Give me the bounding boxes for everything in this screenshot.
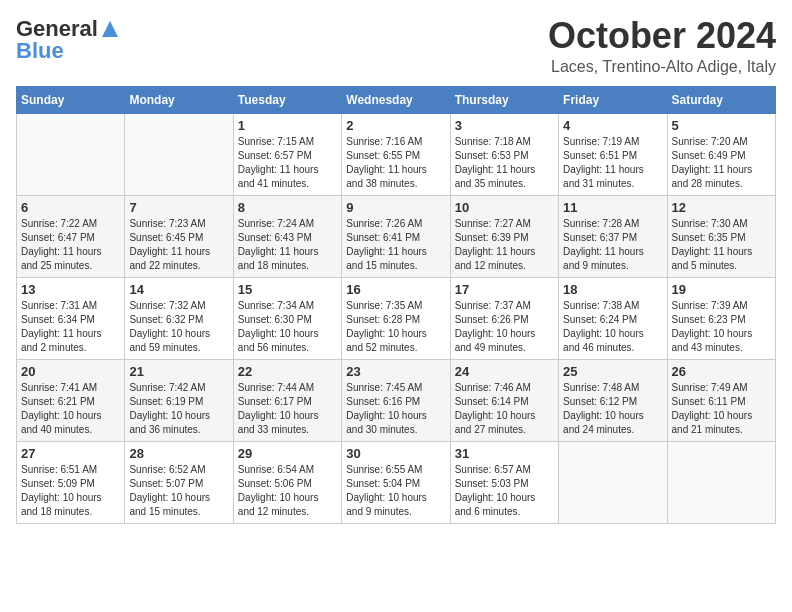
day-info: Sunrise: 7:19 AM Sunset: 6:51 PM Dayligh… xyxy=(563,135,662,191)
day-info: Sunrise: 7:38 AM Sunset: 6:24 PM Dayligh… xyxy=(563,299,662,355)
calendar-cell xyxy=(559,441,667,523)
week-row-2: 6Sunrise: 7:22 AM Sunset: 6:47 PM Daylig… xyxy=(17,195,776,277)
calendar-cell: 30Sunrise: 6:55 AM Sunset: 5:04 PM Dayli… xyxy=(342,441,450,523)
calendar-cell: 13Sunrise: 7:31 AM Sunset: 6:34 PM Dayli… xyxy=(17,277,125,359)
calendar-cell xyxy=(17,113,125,195)
calendar-cell: 16Sunrise: 7:35 AM Sunset: 6:28 PM Dayli… xyxy=(342,277,450,359)
day-number: 7 xyxy=(129,200,228,215)
week-row-4: 20Sunrise: 7:41 AM Sunset: 6:21 PM Dayli… xyxy=(17,359,776,441)
day-number: 3 xyxy=(455,118,554,133)
day-info: Sunrise: 7:28 AM Sunset: 6:37 PM Dayligh… xyxy=(563,217,662,273)
header: General Blue October 2024 Laces, Trentin… xyxy=(16,16,776,76)
day-number: 25 xyxy=(563,364,662,379)
day-number: 1 xyxy=(238,118,337,133)
day-info: Sunrise: 7:18 AM Sunset: 6:53 PM Dayligh… xyxy=(455,135,554,191)
day-info: Sunrise: 7:16 AM Sunset: 6:55 PM Dayligh… xyxy=(346,135,445,191)
header-row: SundayMondayTuesdayWednesdayThursdayFrid… xyxy=(17,86,776,113)
day-number: 24 xyxy=(455,364,554,379)
day-number: 12 xyxy=(672,200,771,215)
month-title: October 2024 xyxy=(548,16,776,56)
location-title: Laces, Trentino-Alto Adige, Italy xyxy=(548,58,776,76)
calendar-cell: 11Sunrise: 7:28 AM Sunset: 6:37 PM Dayli… xyxy=(559,195,667,277)
calendar-cell: 25Sunrise: 7:48 AM Sunset: 6:12 PM Dayli… xyxy=(559,359,667,441)
day-number: 20 xyxy=(21,364,120,379)
day-info: Sunrise: 7:34 AM Sunset: 6:30 PM Dayligh… xyxy=(238,299,337,355)
day-number: 5 xyxy=(672,118,771,133)
calendar-cell: 24Sunrise: 7:46 AM Sunset: 6:14 PM Dayli… xyxy=(450,359,558,441)
calendar-cell: 19Sunrise: 7:39 AM Sunset: 6:23 PM Dayli… xyxy=(667,277,775,359)
calendar-cell: 3Sunrise: 7:18 AM Sunset: 6:53 PM Daylig… xyxy=(450,113,558,195)
day-info: Sunrise: 7:46 AM Sunset: 6:14 PM Dayligh… xyxy=(455,381,554,437)
day-info: Sunrise: 7:42 AM Sunset: 6:19 PM Dayligh… xyxy=(129,381,228,437)
calendar-cell: 17Sunrise: 7:37 AM Sunset: 6:26 PM Dayli… xyxy=(450,277,558,359)
calendar-cell: 8Sunrise: 7:24 AM Sunset: 6:43 PM Daylig… xyxy=(233,195,341,277)
header-day-monday: Monday xyxy=(125,86,233,113)
day-number: 26 xyxy=(672,364,771,379)
header-day-saturday: Saturday xyxy=(667,86,775,113)
calendar-cell: 5Sunrise: 7:20 AM Sunset: 6:49 PM Daylig… xyxy=(667,113,775,195)
day-info: Sunrise: 7:27 AM Sunset: 6:39 PM Dayligh… xyxy=(455,217,554,273)
calendar-cell: 12Sunrise: 7:30 AM Sunset: 6:35 PM Dayli… xyxy=(667,195,775,277)
week-row-3: 13Sunrise: 7:31 AM Sunset: 6:34 PM Dayli… xyxy=(17,277,776,359)
day-info: Sunrise: 7:35 AM Sunset: 6:28 PM Dayligh… xyxy=(346,299,445,355)
logo-blue-text: Blue xyxy=(16,38,64,64)
calendar-cell xyxy=(125,113,233,195)
day-number: 4 xyxy=(563,118,662,133)
calendar-cell: 7Sunrise: 7:23 AM Sunset: 6:45 PM Daylig… xyxy=(125,195,233,277)
week-row-1: 1Sunrise: 7:15 AM Sunset: 6:57 PM Daylig… xyxy=(17,113,776,195)
day-number: 18 xyxy=(563,282,662,297)
day-number: 11 xyxy=(563,200,662,215)
day-number: 10 xyxy=(455,200,554,215)
day-info: Sunrise: 6:51 AM Sunset: 5:09 PM Dayligh… xyxy=(21,463,120,519)
day-number: 31 xyxy=(455,446,554,461)
day-info: Sunrise: 6:55 AM Sunset: 5:04 PM Dayligh… xyxy=(346,463,445,519)
day-info: Sunrise: 6:57 AM Sunset: 5:03 PM Dayligh… xyxy=(455,463,554,519)
day-number: 2 xyxy=(346,118,445,133)
calendar-cell: 18Sunrise: 7:38 AM Sunset: 6:24 PM Dayli… xyxy=(559,277,667,359)
day-info: Sunrise: 7:15 AM Sunset: 6:57 PM Dayligh… xyxy=(238,135,337,191)
calendar-cell: 21Sunrise: 7:42 AM Sunset: 6:19 PM Dayli… xyxy=(125,359,233,441)
calendar-cell: 6Sunrise: 7:22 AM Sunset: 6:47 PM Daylig… xyxy=(17,195,125,277)
calendar-table: SundayMondayTuesdayWednesdayThursdayFrid… xyxy=(16,86,776,524)
day-number: 22 xyxy=(238,364,337,379)
day-info: Sunrise: 7:37 AM Sunset: 6:26 PM Dayligh… xyxy=(455,299,554,355)
calendar-cell: 31Sunrise: 6:57 AM Sunset: 5:03 PM Dayli… xyxy=(450,441,558,523)
day-number: 8 xyxy=(238,200,337,215)
day-number: 21 xyxy=(129,364,228,379)
logo-icon xyxy=(100,19,120,39)
day-info: Sunrise: 6:54 AM Sunset: 5:06 PM Dayligh… xyxy=(238,463,337,519)
calendar-cell: 14Sunrise: 7:32 AM Sunset: 6:32 PM Dayli… xyxy=(125,277,233,359)
header-day-tuesday: Tuesday xyxy=(233,86,341,113)
day-info: Sunrise: 7:48 AM Sunset: 6:12 PM Dayligh… xyxy=(563,381,662,437)
header-day-friday: Friday xyxy=(559,86,667,113)
day-number: 9 xyxy=(346,200,445,215)
calendar-cell: 10Sunrise: 7:27 AM Sunset: 6:39 PM Dayli… xyxy=(450,195,558,277)
header-day-wednesday: Wednesday xyxy=(342,86,450,113)
day-number: 17 xyxy=(455,282,554,297)
calendar-cell: 22Sunrise: 7:44 AM Sunset: 6:17 PM Dayli… xyxy=(233,359,341,441)
day-number: 29 xyxy=(238,446,337,461)
header-day-sunday: Sunday xyxy=(17,86,125,113)
day-info: Sunrise: 7:32 AM Sunset: 6:32 PM Dayligh… xyxy=(129,299,228,355)
day-number: 28 xyxy=(129,446,228,461)
logo: General Blue xyxy=(16,16,120,64)
day-info: Sunrise: 7:23 AM Sunset: 6:45 PM Dayligh… xyxy=(129,217,228,273)
day-number: 30 xyxy=(346,446,445,461)
calendar-cell: 20Sunrise: 7:41 AM Sunset: 6:21 PM Dayli… xyxy=(17,359,125,441)
day-number: 16 xyxy=(346,282,445,297)
day-number: 19 xyxy=(672,282,771,297)
calendar-cell: 2Sunrise: 7:16 AM Sunset: 6:55 PM Daylig… xyxy=(342,113,450,195)
day-info: Sunrise: 7:41 AM Sunset: 6:21 PM Dayligh… xyxy=(21,381,120,437)
day-number: 15 xyxy=(238,282,337,297)
week-row-5: 27Sunrise: 6:51 AM Sunset: 5:09 PM Dayli… xyxy=(17,441,776,523)
calendar-cell: 26Sunrise: 7:49 AM Sunset: 6:11 PM Dayli… xyxy=(667,359,775,441)
day-info: Sunrise: 7:26 AM Sunset: 6:41 PM Dayligh… xyxy=(346,217,445,273)
day-info: Sunrise: 7:22 AM Sunset: 6:47 PM Dayligh… xyxy=(21,217,120,273)
calendar-cell: 4Sunrise: 7:19 AM Sunset: 6:51 PM Daylig… xyxy=(559,113,667,195)
day-number: 27 xyxy=(21,446,120,461)
calendar-cell: 15Sunrise: 7:34 AM Sunset: 6:30 PM Dayli… xyxy=(233,277,341,359)
day-info: Sunrise: 7:30 AM Sunset: 6:35 PM Dayligh… xyxy=(672,217,771,273)
day-number: 6 xyxy=(21,200,120,215)
svg-marker-0 xyxy=(102,21,118,37)
day-number: 23 xyxy=(346,364,445,379)
